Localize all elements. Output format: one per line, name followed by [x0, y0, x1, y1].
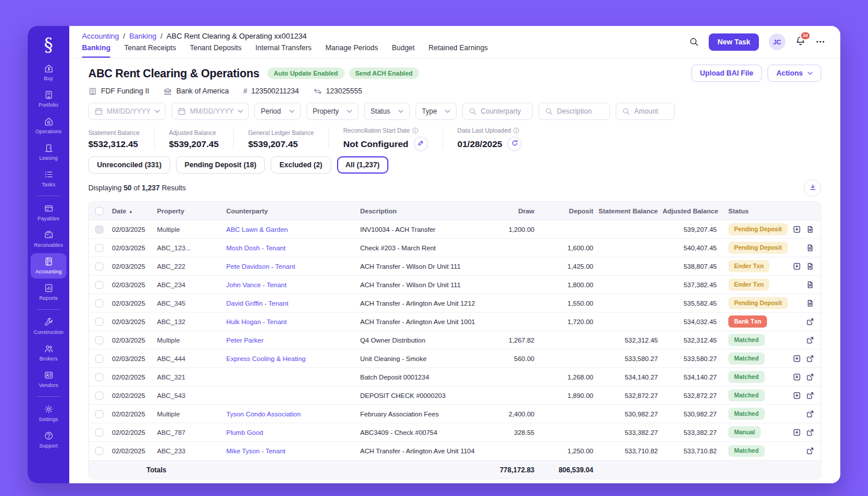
row-checkbox[interactable] [95, 355, 103, 363]
select-all-checkbox[interactable] [95, 207, 103, 215]
row-checkbox[interactable] [95, 447, 103, 455]
breadcrumb-banking[interactable]: Banking [129, 32, 156, 40]
export-icon[interactable] [793, 373, 801, 381]
col-description[interactable]: Description [358, 208, 485, 215]
sidebar-item-reports[interactable]: Reports [31, 280, 66, 305]
document-icon[interactable] [806, 262, 814, 270]
col-deposit[interactable]: Deposit [537, 208, 596, 215]
link-icon[interactable] [806, 392, 814, 400]
breadcrumb-accounting[interactable]: Accounting [82, 32, 119, 40]
chip-all-1-237[interactable]: All (1,237) [337, 156, 388, 174]
sidebar-item-construction[interactable]: Construction [31, 314, 66, 339]
sidebar-item-tasks[interactable]: Tasks [31, 166, 66, 191]
app-logo[interactable]: § [44, 34, 53, 57]
tab-budget[interactable]: Budget [392, 44, 415, 58]
sidebar-item-buy[interactable]: Buy [31, 60, 66, 85]
row-checkbox[interactable] [95, 299, 103, 307]
sidebar-item-support[interactable]: Support [31, 427, 66, 453]
sidebar-item-payables[interactable]: Payables [31, 200, 66, 226]
chip-pending-deposit-18[interactable]: Pending Deposit (18) [176, 156, 265, 174]
export-icon[interactable] [793, 392, 801, 400]
actions-button[interactable]: Actions [768, 65, 821, 82]
filter-select-property[interactable]: Property [306, 103, 358, 120]
row-checkbox[interactable] [95, 373, 103, 381]
document-icon[interactable] [806, 226, 814, 234]
sidebar-item-portfolio[interactable]: Portfolio [31, 87, 66, 112]
date-from-input[interactable]: MM/DD/YYYY [88, 103, 166, 120]
download-results-button[interactable] [804, 179, 821, 197]
sidebar-item-leasing[interactable]: Leasing [31, 140, 66, 165]
counterparty-link[interactable]: Peter Parker [226, 337, 264, 344]
counterparty-link[interactable]: Tyson Condo Association [226, 411, 301, 418]
export-icon[interactable] [793, 355, 801, 363]
filter-select-period[interactable]: Period [255, 103, 301, 120]
counterparty-link[interactable]: John Vance - Tenant [226, 281, 286, 288]
link-icon[interactable] [806, 429, 814, 437]
sidebar-item-settings[interactable]: Settings [31, 401, 66, 426]
counterparty-link[interactable]: David Griffin - Tenant [226, 300, 289, 307]
sidebar-item-vendors[interactable]: Vendors [31, 367, 66, 392]
link-icon[interactable] [806, 318, 814, 326]
col-date[interactable]: Date▲ [110, 208, 155, 215]
counterparty-link[interactable]: Plumb Good [226, 429, 263, 436]
overflow-menu-button[interactable] [815, 37, 825, 47]
date-to-input[interactable]: MM/DD/YYYY [171, 103, 249, 120]
filter-select-type[interactable]: Type [416, 103, 457, 120]
row-checkbox[interactable] [95, 429, 103, 437]
tab-tenant-receipts[interactable]: Tenant Receipts [124, 44, 176, 58]
row-checkbox[interactable] [95, 410, 103, 418]
sidebar-item-brokers[interactable]: Brokers [31, 340, 66, 366]
chip-unreconciled-331[interactable]: Unreconciled (331) [88, 156, 170, 174]
counterparty-link[interactable]: Express Cooling & Heating [226, 355, 305, 362]
tab-internal-transfers[interactable]: Internal Transfers [256, 44, 312, 58]
link-icon[interactable] [806, 447, 814, 455]
chip-excluded-2[interactable]: Excluded (2) [271, 156, 331, 174]
row-checkbox[interactable] [95, 244, 103, 252]
search-icon[interactable] [689, 37, 699, 47]
export-icon[interactable] [793, 226, 801, 234]
row-checkbox[interactable] [95, 392, 103, 400]
sidebar-item-operations[interactable]: Operations [31, 113, 66, 138]
counterparty-link[interactable]: Mosh Dosh - Tenant [226, 245, 286, 251]
sidebar-item-accounting[interactable]: Accounting [31, 253, 66, 279]
col-property[interactable]: Property [155, 208, 224, 215]
notifications-button[interactable]: 10 [795, 36, 806, 48]
row-checkbox[interactable] [95, 318, 103, 326]
avatar[interactable]: JC [769, 33, 785, 50]
edit-reconciliation-button[interactable] [414, 137, 428, 151]
row-checkbox[interactable] [95, 281, 103, 289]
tab-manage-periods[interactable]: Manage Periods [326, 44, 378, 58]
new-task-button[interactable]: New Task [709, 33, 759, 51]
filter-select-status[interactable]: Status [364, 103, 410, 120]
col-status[interactable]: Status [719, 208, 787, 215]
link-icon[interactable] [806, 373, 814, 381]
link-icon[interactable] [806, 336, 814, 344]
refresh-upload-button[interactable] [507, 137, 522, 151]
tab-banking[interactable]: Banking [82, 44, 110, 58]
col-adjusted-balance[interactable]: Adjusted Balance [660, 208, 719, 215]
counterparty-link[interactable]: Pete Davidson - Tenant [226, 263, 295, 270]
filter-search-description[interactable]: Description [538, 103, 610, 120]
upload-bai-button[interactable]: Upload BAI File [691, 65, 762, 82]
counterparty-link[interactable]: ABC Lawn & Garden [226, 226, 288, 233]
export-icon[interactable] [793, 262, 801, 270]
row-checkbox[interactable] [95, 262, 103, 270]
tab-retained-earnings[interactable]: Retained Earnings [429, 44, 488, 58]
link-icon[interactable] [806, 355, 814, 363]
filter-search-amount[interactable]: Amount [616, 103, 675, 120]
col-counterparty[interactable]: Counterparty [224, 208, 358, 215]
sidebar-item-receivables[interactable]: Receivables [31, 227, 66, 252]
link-icon[interactable] [806, 410, 814, 418]
row-checkbox[interactable] [95, 226, 103, 234]
row-checkbox[interactable] [95, 336, 103, 344]
tab-tenant-deposits[interactable]: Tenant Deposits [190, 44, 242, 58]
counterparty-link[interactable]: Mike Tyson - Tenant [226, 448, 286, 454]
document-icon[interactable] [806, 299, 814, 307]
col-statement-balance[interactable]: Statement Balance [596, 208, 660, 215]
document-icon[interactable] [806, 244, 814, 252]
counterparty-link[interactable]: Hulk Hogan - Tenant [226, 318, 287, 325]
filter-search-counterparty[interactable]: Counterparty [462, 103, 533, 120]
col-draw[interactable]: Draw [485, 208, 537, 215]
export-icon[interactable] [793, 429, 801, 437]
document-icon[interactable] [806, 281, 814, 289]
